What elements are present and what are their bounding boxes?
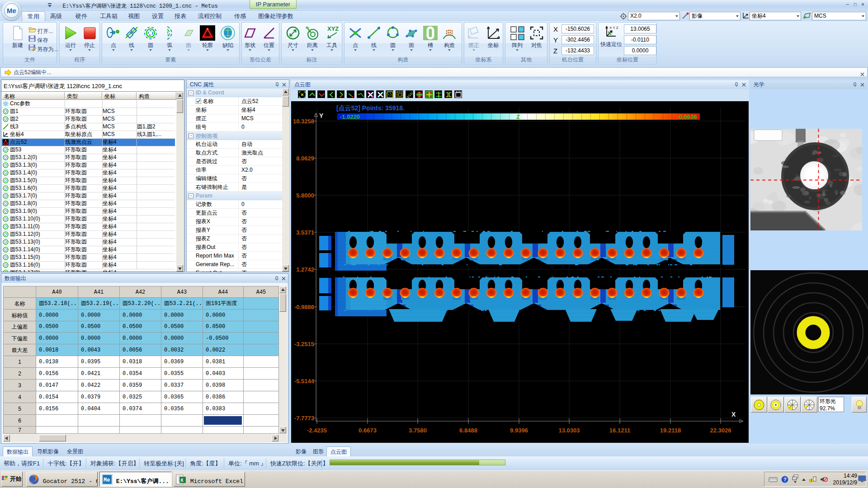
svg-text:!: ! xyxy=(811,478,812,482)
svg-text:X: X xyxy=(180,478,184,483)
svg-text:8.0629: 8.0629 xyxy=(296,155,314,162)
svg-text:-2.4235: -2.4235 xyxy=(307,427,327,434)
svg-text:6.8488: 6.8488 xyxy=(459,427,477,434)
svg-text:XYZ: XYZ xyxy=(327,25,339,32)
svg-text:19.2118: 19.2118 xyxy=(660,427,681,434)
svg-text:X Y Z: X Y Z xyxy=(609,26,618,30)
svg-text:1.2742: 1.2742 xyxy=(296,266,314,273)
svg-text:3.5371: 3.5371 xyxy=(296,229,314,236)
svg-text:16.1211: 16.1211 xyxy=(609,427,630,434)
svg-text:9.9396: 9.9396 xyxy=(510,427,528,434)
svg-text:-5.5144: -5.5144 xyxy=(294,378,315,385)
svg-text:10.3258: 10.3258 xyxy=(293,118,314,125)
svg-text:0.6673: 0.6673 xyxy=(359,427,377,434)
svg-text:-0.0636: -0.0636 xyxy=(677,113,697,120)
svg-text:[点云52] Points: 35918.: [点云52] Points: 35918. xyxy=(336,104,405,112)
svg-text:Me: Me xyxy=(104,477,110,483)
svg-text:-3.2515: -3.2515 xyxy=(294,341,314,347)
svg-text:22.3026: 22.3026 xyxy=(710,427,731,434)
svg-text:3.7580: 3.7580 xyxy=(409,427,427,434)
svg-text:X: X xyxy=(731,411,736,418)
svg-text:5.8000: 5.8000 xyxy=(296,192,314,199)
svg-text:13.0303: 13.0303 xyxy=(559,427,580,434)
svg-text:R: R xyxy=(447,93,450,97)
svg-text:Z: Z xyxy=(516,113,520,120)
svg-text:-1.0220: -1.0220 xyxy=(340,113,360,120)
svg-text:m: m xyxy=(306,25,309,30)
svg-text:Y: Y xyxy=(319,112,324,119)
svg-text:-0.9886: -0.9886 xyxy=(294,304,314,310)
svg-text:-7.7773: -7.7773 xyxy=(294,415,314,422)
svg-text:?: ? xyxy=(783,477,787,482)
